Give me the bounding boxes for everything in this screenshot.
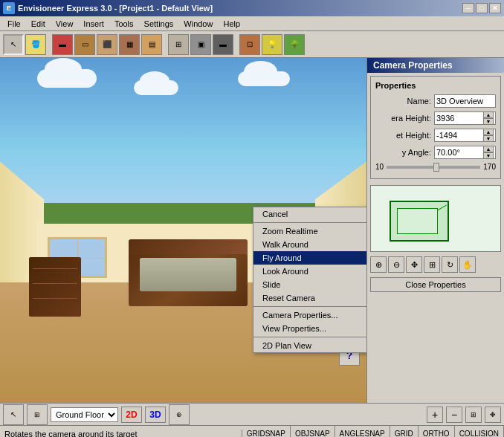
viewport[interactable]: Cancel Zoom Realtime Walk Around Fly Aro… [0, 58, 366, 403]
texture-tool[interactable]: ▤ [141, 34, 162, 55]
mini-map [370, 185, 501, 252]
appliance-tool[interactable]: ▣ [190, 34, 211, 55]
wall-tool[interactable]: ⬛ [97, 34, 117, 55]
toolbar: ↖ 🪣 ▬ ▭ ⬛ ▦ ▤ ⊞ ▣ ▬ ⊡ 💡 🌳 [0, 31, 504, 58]
furniture-tool[interactable]: ⊡ [239, 34, 260, 55]
dresser [29, 257, 81, 317]
cam-height-label: era Height: [375, 114, 431, 123]
2d-view-button[interactable]: 2D [121, 407, 142, 423]
cam-target-up[interactable]: ▲ [483, 129, 494, 135]
tree-tool[interactable]: 🌳 [284, 34, 305, 55]
ctx-cancel[interactable]: Cancel [253, 207, 366, 221]
cam-name-row: Name: 3D Overview [375, 94, 496, 108]
menu-view[interactable]: View [51, 19, 78, 29]
grid-tool[interactable]: ⊞ [27, 404, 48, 425]
cam-target-value: -1494 [436, 131, 457, 140]
menu-insert[interactable]: Insert [79, 19, 109, 29]
cam-section-title: Properties [375, 81, 496, 90]
cam-target-down[interactable]: ▼ [483, 135, 494, 142]
title-bar-left: E Envisioneer Express 3.0 - [Project1 - … [3, 2, 213, 14]
cam-name-value: 3D Overview [436, 97, 483, 106]
ctx-zoom-realtime[interactable]: Zoom Realtime [253, 224, 366, 238]
arrow-tool[interactable]: ↖ [3, 34, 24, 55]
cam-name-input[interactable]: 3D Overview [434, 94, 496, 108]
status-grid[interactable]: GRID [390, 426, 419, 437]
title-bar-text: Envisioneer Express 3.0 - [Project1 - De… [18, 4, 213, 13]
status-collision[interactable]: COLLISION [455, 426, 504, 437]
status-gridsnap[interactable]: GRIDSNAP [242, 426, 291, 437]
map-hand[interactable]: ✋ [459, 256, 476, 273]
status-bar: Rotates the camera around its target GRI… [0, 425, 504, 437]
map-zoom-in[interactable]: ⊕ [370, 256, 387, 273]
ctx-2d-plan-view[interactable]: 2D Plan View [253, 339, 366, 352]
menu-bar: File Edit View Insert Tools Settings Win… [0, 16, 504, 31]
cloud-3 [238, 71, 290, 86]
status-ortho[interactable]: ORTHO [419, 426, 455, 437]
cam-height-down[interactable]: ▼ [483, 118, 494, 125]
menu-edit[interactable]: Edit [27, 19, 50, 29]
3d-view-button[interactable]: 3D [145, 407, 166, 423]
ctx-fly-around[interactable]: Fly Around [253, 251, 366, 265]
title-bar-buttons[interactable]: ─ □ ✕ [462, 3, 501, 13]
ctx-look-around[interactable]: Look Around [253, 265, 366, 278]
compass-button[interactable]: ⊕ [169, 404, 190, 425]
cam-target-spinner[interactable]: ▲ ▼ [483, 129, 494, 142]
cam-angle-spinner[interactable]: ▲ ▼ [483, 146, 494, 159]
cam-angle-down[interactable]: ▼ [483, 152, 494, 159]
lamp-tool[interactable]: 💡 [262, 34, 282, 55]
fit-view-button[interactable]: ⊞ [465, 407, 482, 423]
zoom-out-button[interactable]: − [446, 407, 462, 423]
close-properties-button[interactable]: Close Properties [370, 277, 501, 292]
cam-slider-row: 10 170 [375, 163, 496, 171]
cam-height-spinner[interactable]: ▲ ▼ [483, 111, 494, 125]
select-tool-bottom[interactable]: ↖ [3, 404, 24, 425]
menu-file[interactable]: File [3, 19, 25, 29]
ctx-sep-3 [253, 337, 366, 337]
door-tool[interactable]: ▬ [52, 34, 73, 55]
slider-max-label: 170 [483, 163, 496, 171]
minimize-button[interactable]: ─ [462, 3, 474, 13]
map-rotate[interactable]: ↻ [442, 256, 458, 273]
bed-frame [129, 254, 248, 306]
close-button[interactable]: ✕ [489, 3, 501, 13]
tv-tool[interactable]: ▬ [213, 34, 233, 55]
camera-panel-title: Camera Properties [367, 58, 504, 73]
maximize-button[interactable]: □ [476, 3, 488, 13]
ctx-view-properties[interactable]: View Properties... [253, 322, 366, 335]
cam-target-input[interactable]: -1494 ▲ ▼ [434, 129, 496, 142]
slider-thumb[interactable] [433, 163, 439, 172]
ctx-sep-1 [253, 222, 366, 223]
cabinet-tool[interactable]: ⊞ [168, 34, 189, 55]
ctx-walk-around[interactable]: Walk Around [253, 238, 366, 251]
cam-angle-row: y Angle: 70.00° ▲ ▼ [375, 146, 496, 159]
pan-button[interactable]: ✥ [485, 407, 501, 423]
cam-height-value: 3936 [436, 114, 454, 123]
cam-angle-up[interactable]: ▲ [483, 146, 494, 152]
cam-height-input[interactable]: 3936 ▲ ▼ [434, 111, 496, 125]
cam-height-up[interactable]: ▲ [483, 111, 494, 118]
menu-window[interactable]: Window [179, 19, 217, 29]
map-pan[interactable]: ✥ [406, 256, 422, 273]
cam-target-label: et Height: [375, 131, 431, 140]
status-objsnap[interactable]: OBJSNAP [291, 426, 335, 437]
paint-tool[interactable]: 🪣 [25, 34, 46, 55]
cam-slider[interactable] [387, 166, 480, 169]
map-zoom-out[interactable]: ⊖ [388, 256, 404, 273]
ctx-reset-camera[interactable]: Reset Camera [253, 291, 366, 305]
mini-map-bg [371, 186, 500, 251]
cam-angle-input[interactable]: 70.00° ▲ ▼ [434, 146, 496, 159]
ctx-camera-properties[interactable]: Camera Properties... [253, 308, 366, 322]
menu-help[interactable]: Help [219, 19, 245, 29]
window-tool[interactable]: ▭ [74, 34, 95, 55]
stair-tool[interactable]: ▦ [119, 34, 140, 55]
floor-selector[interactable]: Ground Floor First Floor [51, 407, 118, 422]
status-anglesnap[interactable]: ANGLESNAP [335, 426, 390, 437]
ctx-sep-2 [253, 306, 366, 307]
menu-tools[interactable]: Tools [110, 19, 138, 29]
cam-angle-value: 70.00° [436, 148, 460, 157]
map-fit[interactable]: ⊞ [424, 256, 440, 273]
bottom-toolbar: ↖ ⊞ Ground Floor First Floor 2D 3D ⊕ + −… [0, 403, 504, 425]
ctx-slide[interactable]: Slide [253, 278, 366, 291]
menu-settings[interactable]: Settings [140, 19, 178, 29]
zoom-in-button[interactable]: + [427, 407, 443, 423]
